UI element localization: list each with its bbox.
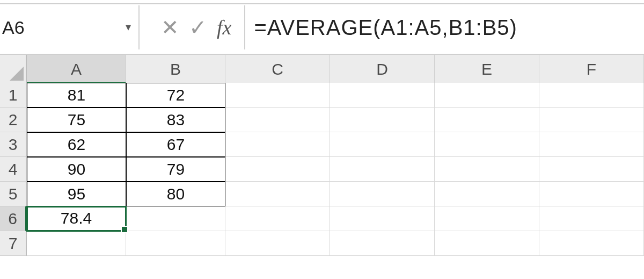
cell-B3[interactable]: 67: [126, 132, 225, 157]
col-header-A[interactable]: A: [27, 55, 126, 84]
cell-B7[interactable]: [126, 231, 225, 256]
cell-C5[interactable]: [225, 182, 330, 206]
fx-icon[interactable]: fx: [217, 17, 233, 38]
cell-E2[interactable]: [435, 108, 539, 132]
cell-C1[interactable]: [225, 83, 330, 108]
column-headers: A B C D E F: [0, 54, 644, 83]
cell-F2[interactable]: [539, 108, 644, 132]
row-header-1[interactable]: 1: [0, 83, 27, 108]
cell-A2[interactable]: 75: [27, 108, 126, 132]
col-header-E[interactable]: E: [435, 55, 539, 84]
cell-C7[interactable]: [225, 231, 330, 256]
cell-D3[interactable]: [330, 132, 435, 157]
cell-E4[interactable]: [435, 157, 539, 182]
cell-F3[interactable]: [539, 132, 644, 157]
grid-row: 62 67: [27, 132, 644, 157]
cell-grid: 81 72 75 83 62 67 90 79 95 80: [27, 83, 644, 256]
row-headers: 1 2 3 4 5 6 7: [0, 83, 27, 256]
name-box[interactable]: ▾: [0, 5, 140, 49]
formula-text: =AVERAGE(A1:A5,B1:B5): [254, 16, 517, 40]
formula-bar: ▾ ✕ ✓ fx =AVERAGE(A1:A5,B1:B5): [0, 5, 644, 49]
grid-row: 81 72: [27, 83, 644, 108]
col-header-D[interactable]: D: [330, 55, 435, 84]
cell-D5[interactable]: [330, 182, 435, 206]
grid-row: 95 80: [27, 182, 644, 206]
cell-F5[interactable]: [539, 182, 644, 206]
cell-D6[interactable]: [330, 206, 435, 231]
cell-D1[interactable]: [330, 83, 435, 108]
cell-A5[interactable]: 95: [27, 182, 126, 206]
cell-C6[interactable]: [225, 206, 330, 231]
cancel-icon[interactable]: ✕: [161, 17, 179, 38]
cell-B2[interactable]: 83: [126, 108, 225, 132]
cell-F4[interactable]: [539, 157, 644, 182]
formula-input[interactable]: =AVERAGE(A1:A5,B1:B5): [245, 5, 644, 49]
ribbon-divider: [0, 0, 644, 4]
col-header-F[interactable]: F: [539, 55, 644, 84]
cell-A1[interactable]: 81: [27, 83, 126, 108]
cell-E3[interactable]: [435, 132, 539, 157]
formula-bar-buttons: ✕ ✓ fx: [140, 5, 245, 49]
cell-E1[interactable]: [435, 83, 539, 108]
select-all-corner[interactable]: [0, 55, 27, 84]
cell-B1[interactable]: 72: [126, 83, 225, 108]
cell-C4[interactable]: [225, 157, 330, 182]
cell-F6[interactable]: [539, 206, 644, 231]
grid-row: 75 83: [27, 108, 644, 132]
col-header-B[interactable]: B: [126, 55, 225, 84]
cell-A7[interactable]: [27, 231, 126, 256]
cell-E6[interactable]: [435, 206, 539, 231]
enter-icon[interactable]: ✓: [189, 17, 207, 38]
grid-row: 90 79: [27, 157, 644, 182]
row-header-4[interactable]: 4: [0, 157, 27, 182]
cell-B4[interactable]: 79: [126, 157, 225, 182]
cell-B5[interactable]: 80: [126, 182, 225, 206]
cell-A3[interactable]: 62: [27, 132, 126, 157]
col-header-C[interactable]: C: [225, 55, 330, 84]
grid-row: 78.4: [27, 206, 644, 231]
cell-C3[interactable]: [225, 132, 330, 157]
chevron-down-icon[interactable]: ▾: [126, 20, 131, 33]
row-header-6[interactable]: 6: [0, 206, 27, 231]
row-header-7[interactable]: 7: [0, 231, 27, 256]
cell-F7[interactable]: [539, 231, 644, 256]
cell-E7[interactable]: [435, 231, 539, 256]
cell-A4[interactable]: 90: [27, 157, 126, 182]
name-box-input[interactable]: [1, 17, 98, 39]
cell-D2[interactable]: [330, 108, 435, 132]
grid-row: [27, 231, 644, 256]
cell-D7[interactable]: [330, 231, 435, 256]
row-header-2[interactable]: 2: [0, 108, 27, 132]
cell-F1[interactable]: [539, 83, 644, 108]
cell-B6[interactable]: [126, 206, 225, 231]
row-header-3[interactable]: 3: [0, 132, 27, 157]
cell-E5[interactable]: [435, 182, 539, 206]
cell-C2[interactable]: [225, 108, 330, 132]
cell-D4[interactable]: [330, 157, 435, 182]
cell-A6[interactable]: 78.4: [27, 206, 126, 231]
row-header-5[interactable]: 5: [0, 182, 27, 206]
